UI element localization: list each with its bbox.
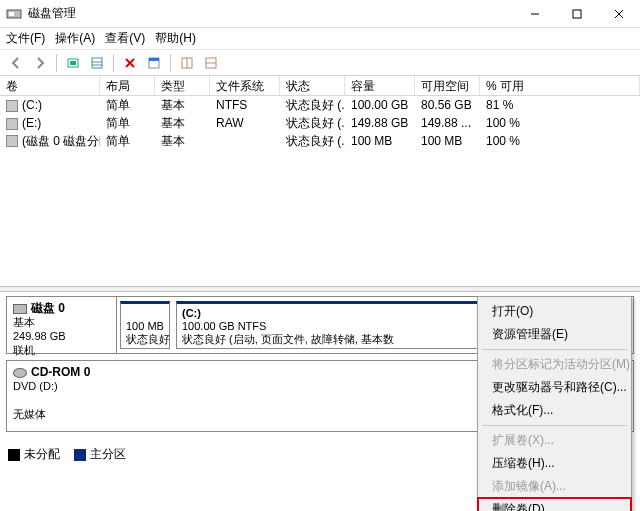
layout1-icon[interactable]	[177, 53, 197, 73]
partition-c[interactable]: (C:) 100.00 GB NTFS 状态良好 (启动, 页面文件, 故障转储…	[176, 301, 524, 349]
cdrom-state: 无媒体	[13, 408, 46, 420]
disk-icon	[13, 304, 27, 314]
separator	[170, 54, 171, 72]
cell-status: 状态良好 (...	[280, 132, 345, 151]
table-row[interactable]: (C:) 简单 基本 NTFS 状态良好 (... 100.00 GB 80.5…	[0, 96, 640, 114]
col-status[interactable]: 状态	[280, 76, 345, 95]
menu-view[interactable]: 查看(V)	[105, 30, 145, 47]
cell-type: 基本	[155, 114, 210, 133]
disk-size: 249.98 GB	[13, 330, 66, 342]
col-free[interactable]: 可用空间	[415, 76, 480, 95]
app-icon	[6, 6, 22, 22]
col-volume[interactable]: 卷	[0, 76, 100, 95]
cell-free: 80.56 GB	[415, 97, 480, 113]
cell-vol: (E:)	[22, 116, 41, 130]
cell-status: 状态良好 (...	[280, 114, 345, 133]
separator	[482, 349, 627, 350]
volume-icon	[6, 135, 18, 147]
separator	[113, 54, 114, 72]
legend-primary-swatch	[74, 449, 86, 461]
col-pct[interactable]: % 可用	[480, 76, 640, 95]
table-row[interactable]: (磁盘 0 磁盘分区 1) 简单 基本 状态良好 (... 100 MB 100…	[0, 132, 640, 150]
part-size: 100.00 GB NTFS	[182, 320, 266, 332]
cell-type: 基本	[155, 96, 210, 115]
menu-format[interactable]: 格式化(F)...	[478, 399, 631, 422]
list-icon[interactable]	[87, 53, 107, 73]
cell-vol: (C:)	[22, 98, 42, 112]
legend-primary-label: 主分区	[90, 447, 126, 461]
disk-info[interactable]: 磁盘 0 基本 249.98 GB 联机	[7, 297, 117, 353]
col-capacity[interactable]: 容量	[345, 76, 415, 95]
cell-pct: 100 %	[480, 115, 640, 131]
col-type[interactable]: 类型	[155, 76, 210, 95]
cell-type: 基本	[155, 132, 210, 151]
minimize-button[interactable]	[514, 0, 556, 28]
cdrom-letter: DVD (D:)	[13, 380, 58, 392]
menu-explorer[interactable]: 资源管理器(E)	[478, 323, 631, 346]
legend-unalloc-label: 未分配	[24, 447, 60, 461]
volume-icon	[6, 118, 18, 130]
volume-list: (C:) 简单 基本 NTFS 状态良好 (... 100.00 GB 80.5…	[0, 96, 640, 286]
cell-layout: 简单	[100, 132, 155, 151]
properties-icon[interactable]	[144, 53, 164, 73]
window-title: 磁盘管理	[28, 5, 514, 22]
volume-icon	[6, 100, 18, 112]
table-row[interactable]: (E:) 简单 基本 RAW 状态良好 (... 149.88 GB 149.8…	[0, 114, 640, 132]
context-menu: 打开(O) 资源管理器(E) 将分区标记为活动分区(M) 更改驱动器号和路径(C…	[477, 296, 632, 511]
cell-free: 149.88 ...	[415, 115, 480, 131]
menu-shrink[interactable]: 压缩卷(H)...	[478, 452, 631, 475]
cdrom-info[interactable]: CD-ROM 0 DVD (D:) 无媒体	[7, 361, 117, 431]
cell-free: 100 MB	[415, 133, 480, 149]
col-layout[interactable]: 布局	[100, 76, 155, 95]
svg-rect-1	[9, 12, 14, 16]
forward-icon[interactable]	[30, 53, 50, 73]
cell-cap: 100.00 GB	[345, 97, 415, 113]
part-status: 状态良好 (启动, 页面文件, 故障转储, 基本数	[182, 333, 394, 345]
disk-name: 磁盘 0	[31, 301, 65, 315]
layout2-icon[interactable]	[201, 53, 221, 73]
toolbar	[0, 50, 640, 76]
separator	[482, 425, 627, 426]
menu-open[interactable]: 打开(O)	[478, 300, 631, 323]
maximize-button[interactable]	[556, 0, 598, 28]
cdrom-name: CD-ROM 0	[31, 365, 90, 379]
part-size: 100 MB	[126, 320, 164, 332]
close-button[interactable]	[598, 0, 640, 28]
menu-help[interactable]: 帮助(H)	[155, 30, 196, 47]
col-fs[interactable]: 文件系统	[210, 76, 280, 95]
disk-management-window: 磁盘管理 文件(F) 操作(A) 查看(V) 帮助(H) 卷 布局 类型 文件系…	[0, 0, 640, 511]
menu-action[interactable]: 操作(A)	[55, 30, 95, 47]
disk-state: 联机	[13, 344, 35, 356]
part-name: (C:)	[182, 307, 201, 319]
cell-fs: RAW	[210, 115, 280, 131]
cell-cap: 149.88 GB	[345, 115, 415, 131]
svg-rect-3	[573, 10, 581, 18]
separator	[56, 54, 57, 72]
part-status: 状态良好 (EFI 系	[126, 333, 170, 345]
cdrom-icon	[13, 368, 27, 378]
menubar: 文件(F) 操作(A) 查看(V) 帮助(H)	[0, 28, 640, 50]
menu-extend: 扩展卷(X)...	[478, 429, 631, 452]
cell-vol: (磁盘 0 磁盘分区 1)	[22, 134, 100, 148]
disk-type: 基本	[13, 316, 35, 328]
delete-icon[interactable]	[120, 53, 140, 73]
cell-cap: 100 MB	[345, 133, 415, 149]
menu-mark-active: 将分区标记为活动分区(M)	[478, 353, 631, 376]
svg-rect-7	[70, 61, 76, 65]
menu-delete-volume[interactable]: 删除卷(D)...	[478, 498, 631, 511]
cell-layout: 简单	[100, 114, 155, 133]
cell-status: 状态良好 (...	[280, 96, 345, 115]
table-header: 卷 布局 类型 文件系统 状态 容量 可用空间 % 可用	[0, 76, 640, 96]
menu-file[interactable]: 文件(F)	[6, 30, 45, 47]
legend-unalloc-swatch	[8, 449, 20, 461]
back-icon[interactable]	[6, 53, 26, 73]
cell-fs: NTFS	[210, 97, 280, 113]
cell-layout: 简单	[100, 96, 155, 115]
titlebar: 磁盘管理	[0, 0, 640, 28]
menu-mirror: 添加镜像(A)...	[478, 475, 631, 498]
refresh-icon[interactable]	[63, 53, 83, 73]
cell-fs	[210, 140, 280, 142]
partition-efi[interactable]: 100 MB 状态良好 (EFI 系	[120, 301, 170, 349]
menu-change-letter[interactable]: 更改驱动器号和路径(C)...	[478, 376, 631, 399]
svg-rect-8	[92, 58, 102, 68]
